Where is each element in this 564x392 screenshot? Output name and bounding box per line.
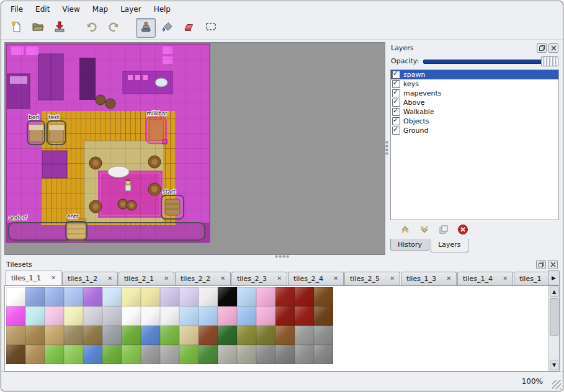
layer-row-objects[interactable]: Objects	[391, 117, 558, 126]
layer-visibility-checkbox[interactable]	[392, 80, 400, 88]
new-file-button[interactable]	[6, 18, 26, 38]
tileset-tile[interactable]	[199, 326, 218, 345]
tileset-tile[interactable]	[160, 345, 179, 364]
opacity-slider-track[interactable]	[423, 60, 558, 64]
layer-row-mapevents[interactable]: mapevents	[391, 89, 558, 98]
tileset-tile[interactable]	[6, 326, 25, 345]
tileset-tab[interactable]: tiles_1_4 ✕	[457, 272, 513, 285]
lower-layer-button[interactable]	[418, 223, 431, 236]
tileset-tile[interactable]	[141, 287, 160, 306]
tileset-scrollbar[interactable]: ▲ ▼	[548, 286, 559, 371]
tileset-tile[interactable]	[275, 345, 295, 364]
tileset-tile[interactable]	[179, 326, 199, 345]
tab-close-icon[interactable]: ✕	[164, 276, 169, 282]
tileset-tile[interactable]	[102, 306, 122, 326]
menu-file[interactable]: File	[5, 3, 29, 16]
menu-help[interactable]: Help	[148, 3, 176, 16]
tileset-tile[interactable]	[256, 306, 275, 326]
tileset-tile[interactable]	[275, 326, 295, 345]
scrollbar-track[interactable]	[550, 298, 558, 359]
tab-close-icon[interactable]: ✕	[333, 276, 338, 282]
tileset-tile[interactable]	[179, 306, 199, 326]
layer-visibility-checkbox[interactable]	[392, 108, 400, 116]
layer-row-spawn[interactable]: spawn	[391, 70, 558, 79]
tileset-tile[interactable]	[256, 287, 275, 306]
opacity-slider[interactable]	[423, 56, 558, 66]
layer-visibility-checkbox[interactable]	[392, 127, 400, 135]
tileset-tab[interactable]: tiles_1_1 ✕	[6, 270, 61, 285]
tileset-tile[interactable]	[122, 326, 141, 345]
map-view[interactable]: bed test milkbar start andorf entr	[4, 42, 385, 255]
tileset-tile[interactable]	[45, 287, 64, 306]
tileset-tile[interactable]	[64, 287, 83, 306]
tileset-tile[interactable]	[179, 287, 199, 306]
horizontal-splitter[interactable]	[4, 254, 560, 259]
tileset-tile[interactable]	[83, 326, 102, 345]
float-dock-button[interactable]	[536, 260, 546, 269]
object-resize-handle[interactable]	[163, 140, 167, 144]
tab-scroll-right-button[interactable]: ▶	[548, 270, 560, 285]
close-dock-button[interactable]	[548, 260, 558, 269]
save-button[interactable]	[50, 18, 69, 38]
stamp-brush-button[interactable]	[136, 18, 156, 38]
tileset-tile[interactable]	[6, 306, 25, 326]
tileset-tile[interactable]	[256, 345, 275, 364]
delete-layer-button[interactable]	[457, 223, 469, 236]
map-object-entr[interactable]	[66, 221, 87, 240]
map-object-start[interactable]	[161, 195, 184, 219]
tileset-tile[interactable]	[122, 345, 141, 364]
tileset-tile[interactable]	[237, 306, 256, 326]
eraser-button[interactable]	[179, 18, 199, 38]
redo-button[interactable]	[104, 18, 123, 38]
scroll-up-button[interactable]: ▲	[550, 287, 558, 297]
tileset-tile[interactable]	[64, 326, 83, 345]
layer-visibility-checkbox[interactable]	[392, 117, 400, 125]
menu-edit[interactable]: Edit	[30, 3, 55, 16]
bucket-fill-button[interactable]	[158, 18, 177, 38]
tileset-tile[interactable]	[295, 306, 314, 326]
tileset-tile[interactable]	[275, 306, 295, 326]
layer-visibility-checkbox[interactable]	[392, 71, 400, 79]
resize-grip[interactable]	[552, 380, 561, 389]
tileset-tile[interactable]	[314, 287, 333, 306]
float-dock-button[interactable]	[537, 43, 547, 53]
layer-row-ground[interactable]: Ground	[391, 126, 558, 135]
tab-close-icon[interactable]: ✕	[503, 276, 508, 282]
tileset-tile[interactable]	[218, 306, 237, 326]
tileset-tile[interactable]	[141, 326, 160, 345]
tileset-tile[interactable]	[199, 306, 218, 326]
tileset-tile[interactable]	[314, 345, 333, 364]
tileset-tab[interactable]: tiles_2_2 ✕	[175, 272, 231, 285]
tileset-tile[interactable]	[45, 306, 64, 326]
tileset-tab[interactable]: tiles_2_1 ✕	[119, 272, 174, 285]
tileset-tile[interactable]	[25, 306, 45, 326]
tileset-tile[interactable]	[102, 287, 122, 306]
tileset-tile[interactable]	[83, 287, 102, 306]
tileset-tile[interactable]	[218, 345, 237, 364]
tileset-tile[interactable]	[83, 306, 102, 326]
menu-view[interactable]: View	[56, 3, 85, 16]
undo-button[interactable]	[82, 18, 102, 38]
rect-select-button[interactable]	[201, 18, 221, 38]
layer-row-walkable[interactable]: Walkable	[391, 107, 558, 117]
tileset-tile[interactable]	[160, 326, 179, 345]
tab-history[interactable]: History	[390, 239, 429, 251]
layer-row-keys[interactable]: keys	[391, 79, 558, 89]
tileset-tile[interactable]	[64, 345, 83, 364]
tileset-tile[interactable]	[295, 326, 314, 345]
scroll-down-button[interactable]: ▼	[550, 360, 558, 370]
tab-close-icon[interactable]: ✕	[390, 276, 395, 282]
vertical-splitter[interactable]	[385, 42, 388, 254]
tileset-tile[interactable]	[25, 345, 45, 364]
layer-visibility-checkbox[interactable]	[392, 99, 400, 107]
tileset-tile[interactable]	[25, 326, 45, 345]
map-canvas[interactable]: bed test milkbar start andorf entr	[5, 43, 385, 254]
tab-close-icon[interactable]: ✕	[107, 276, 112, 282]
tileset-tile[interactable]	[295, 287, 314, 306]
tileset-tile[interactable]	[122, 287, 141, 306]
tileset-tab[interactable]: tiles_2_3 ✕	[231, 272, 287, 285]
menu-layer[interactable]: Layer	[115, 3, 146, 16]
tileset-tile[interactable]	[314, 326, 333, 345]
open-file-button[interactable]	[28, 18, 48, 38]
tileset-tile[interactable]	[25, 287, 45, 306]
